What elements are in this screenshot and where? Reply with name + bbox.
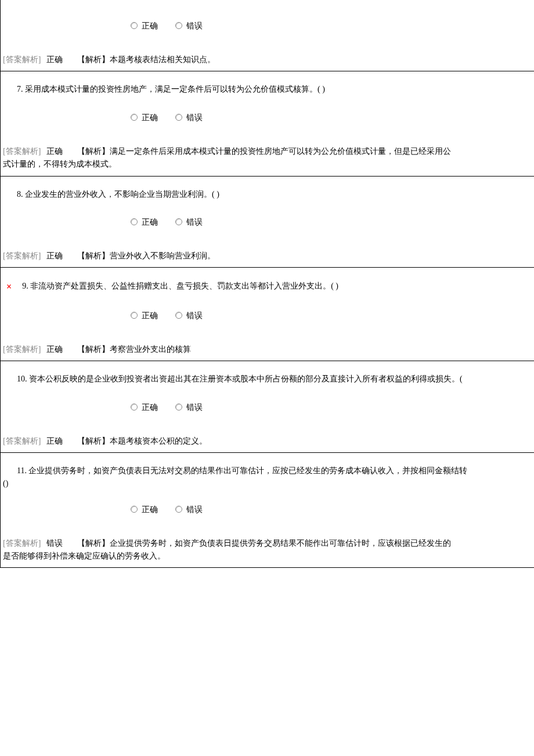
radio-icon — [175, 218, 182, 225]
radio-icon — [131, 114, 138, 121]
option-false[interactable]: 错误 — [175, 21, 218, 31]
option-false-label: 错误 — [186, 402, 214, 413]
answer-value: 正确 — [46, 345, 63, 354]
option-true-label: 正确 — [142, 505, 169, 515]
answer-value: 正确 — [46, 147, 63, 156]
option-true-label: 正确 — [142, 21, 169, 31]
answer-explanation: 【解析】本题考核表结法相关知识点。 — [77, 55, 215, 64]
answer-explanation-line2: 是否能够得到补偿来确定应确认的劳务收入。 — [3, 552, 165, 560]
option-false-label: 错误 — [186, 217, 214, 228]
option-false[interactable]: 错误 — [175, 311, 218, 321]
question-10-block: 10. 资本公积反映的是企业收到投资者出资超出其在注册资本或股本中所占份额的部分… — [1, 361, 534, 452]
question-9-text: 9. 非流动资产处置损失、公益性捐赠支出、盘亏损失、罚款支出等都计入营业外支出。… — [22, 282, 338, 290]
option-true[interactable]: 正确 — [131, 217, 174, 228]
answer-explanation: 【解析】考察营业外支出的核算 — [77, 345, 191, 354]
radio-icon — [131, 312, 138, 319]
answer-explanation: 【解析】企业提供劳务时，如资产负债表日提供劳务交易结果不能作出可靠估计时，应该根… — [77, 539, 451, 548]
radio-icon — [175, 312, 182, 319]
question-6-block: 正确 错误 [答案解析] 正确 【解析】本题考核表结法相关知识点。 — [1, 0, 534, 71]
wrong-mark-icon: × — [6, 282, 12, 291]
answer-label: [答案解析] — [3, 251, 41, 260]
option-false-label: 错误 — [186, 505, 214, 515]
question-text: 8. 企业发生的营业外收入，不影响企业当期营业利润。( ) — [1, 177, 534, 207]
radio-icon — [175, 114, 182, 121]
option-false[interactable]: 错误 — [175, 113, 218, 123]
answer-value: 正确 — [46, 55, 63, 64]
option-false-label: 错误 — [186, 21, 214, 31]
option-true-label: 正确 — [142, 217, 169, 228]
answer-row: [答案解析] 错误 【解析】企业提供劳务时，如资产负债表日提供劳务交易结果不能作… — [1, 525, 534, 568]
radio-icon — [131, 218, 138, 225]
option-true[interactable]: 正确 — [131, 402, 174, 413]
question-9-block: ×9. 非流动资产处置损失、公益性捐赠支出、盘亏损失、罚款支出等都计入营业外支出… — [1, 267, 534, 361]
option-true[interactable]: 正确 — [131, 113, 174, 123]
question-text: 7. 采用成本模式计量的投资性房地产，满足一定条件后可以转为公允价值模式核算。(… — [1, 71, 534, 102]
radio-icon — [131, 22, 138, 29]
answer-label: [答案解析] — [3, 437, 41, 445]
bottom-rule — [1, 567, 534, 568]
answer-label: [答案解析] — [3, 55, 41, 64]
answer-label: [答案解析] — [3, 345, 41, 354]
question-11-block: 11. 企业提供劳务时，如资产负债表日无法对交易的结果作出可靠估计，应按已经发生… — [1, 452, 534, 567]
options-row: 正确 错误 — [1, 300, 534, 332]
option-true[interactable]: 正确 — [131, 311, 174, 321]
radio-icon — [131, 506, 138, 513]
option-false[interactable]: 错误 — [175, 402, 218, 413]
options-row: 正确 错误 — [1, 102, 534, 134]
answer-explanation-line2: 式计量的，不得转为成本模式。 — [3, 160, 117, 168]
radio-icon — [175, 404, 182, 411]
options-row: 正确 错误 — [1, 0, 534, 42]
options-row: 正确 错误 — [1, 494, 534, 525]
option-false[interactable]: 错误 — [175, 217, 218, 228]
answer-explanation: 【解析】营业外收入不影响营业利润。 — [77, 251, 215, 260]
document-page: 正确 错误 [答案解析] 正确 【解析】本题考核表结法相关知识点。 7. 采用成… — [0, 0, 534, 568]
answer-value: 正确 — [46, 437, 63, 445]
answer-label: [答案解析] — [3, 539, 41, 548]
question-7-text: 7. 采用成本模式计量的投资性房地产，满足一定条件后可以转为公允价值模式核算。(… — [17, 85, 325, 93]
answer-row: [答案解析] 正确 【解析】本题考核表结法相关知识点。 — [1, 42, 534, 71]
answer-row: [答案解析] 正确 【解析】营业外收入不影响营业利润。 — [1, 238, 534, 267]
question-text: 10. 资本公积反映的是企业收到投资者出资超出其在注册资本或股本中所占份额的部分… — [1, 361, 534, 391]
option-false-label: 错误 — [186, 311, 214, 321]
question-8-text: 8. 企业发生的营业外收入，不影响企业当期营业利润。( ) — [17, 190, 219, 199]
question-7-block: 7. 采用成本模式计量的投资性房地产，满足一定条件后可以转为公允价值模式核算。(… — [1, 71, 534, 175]
options-row: 正确 错误 — [1, 392, 534, 423]
answer-value: 错误 — [46, 539, 63, 548]
question-11-text-line1: 11. 企业提供劳务时，如资产负债表日无法对交易的结果作出可靠估计，应按已经发生… — [17, 466, 467, 475]
option-true[interactable]: 正确 — [131, 21, 174, 31]
option-true-label: 正确 — [142, 113, 169, 123]
radio-icon — [175, 22, 182, 29]
options-row: 正确 错误 — [1, 207, 534, 238]
answer-row: [答案解析] 正确 【解析】满足一定条件后采用成本模式计量的投资性房地产可以转为… — [1, 134, 534, 176]
option-false[interactable]: 错误 — [175, 505, 218, 515]
answer-value: 正确 — [46, 251, 63, 260]
option-true[interactable]: 正确 — [131, 505, 174, 515]
answer-explanation: 【解析】本题考核资本公积的定义。 — [77, 437, 207, 445]
answer-label: [答案解析] — [3, 147, 41, 156]
answer-explanation: 【解析】满足一定条件后采用成本模式计量的投资性房地产可以转为公允价值模式计量，但… — [77, 147, 451, 156]
radio-icon — [131, 404, 138, 411]
radio-icon — [175, 506, 182, 513]
option-true-label: 正确 — [142, 402, 169, 413]
question-8-block: 8. 企业发生的营业外收入，不影响企业当期营业利润。( ) 正确 错误 [答案解… — [1, 176, 534, 268]
question-11-text-line2: () — [1, 479, 534, 494]
option-false-label: 错误 — [186, 113, 214, 123]
question-text: ×9. 非流动资产处置损失、公益性捐赠支出、盘亏损失、罚款支出等都计入营业外支出… — [1, 268, 534, 300]
answer-row: [答案解析] 正确 【解析】本题考核资本公积的定义。 — [1, 423, 534, 452]
question-text: 11. 企业提供劳务时，如资产负债表日无法对交易的结果作出可靠估计，应按已经发生… — [1, 453, 534, 478]
option-true-label: 正确 — [142, 311, 169, 321]
answer-row: [答案解析] 正确 【解析】考察营业外支出的核算 — [1, 332, 534, 361]
question-10-text: 10. 资本公积反映的是企业收到投资者出资超出其在注册资本或股本中所占份额的部分… — [17, 375, 463, 383]
